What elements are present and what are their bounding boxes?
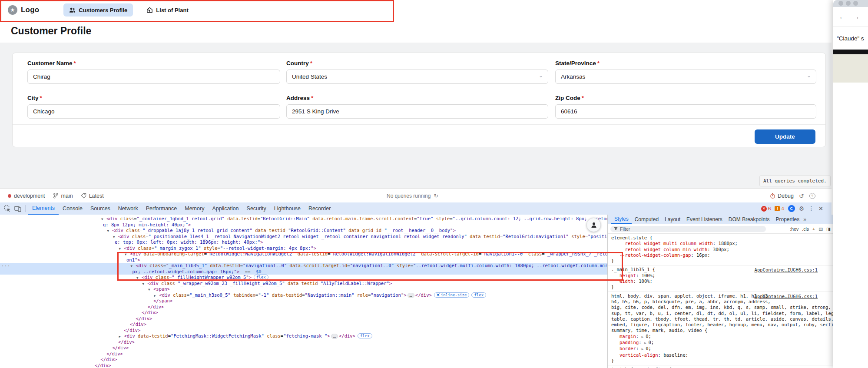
forward-icon[interactable]: → [853,13,860,21]
dom-tree-row[interactable]: ▼<div data-onboarding-target="RetoolWidg… [0,251,607,257]
dom-tree-row[interactable]: </div> [0,304,607,310]
branch-selector[interactable]: main [53,193,73,199]
filter-toggle-cls[interactable]: .cls [802,226,809,232]
devtools-elements-tree[interactable]: ▼<div class="_container_1qbnd_1 retool-g… [0,215,607,368]
more-options-icon[interactable]: ⋮ [808,205,814,212]
dom-tree-row-selected[interactable]: px; --retool-widget-column-gap: 16px;"> … [0,269,607,275]
expand-arrow-icon[interactable]: ▼ [107,229,113,233]
devtools-tab-network[interactable]: Network [114,202,142,215]
filter-toggle-[interactable]: + [812,226,815,232]
dom-tree-row[interactable]: </div> [0,363,607,368]
dom-tree-row[interactable]: e; top: 0px; left: 0px; width: 1896px; h… [0,239,607,245]
dom-tree-row[interactable]: ▼<div class="_positionable_1les4_1 _reto… [0,234,607,240]
nav-tab-list-of-plant[interactable]: List of Plant [141,3,194,17]
release-selector[interactable]: Latest [81,193,104,199]
filter-toggle-hov[interactable]: :hov [790,226,798,232]
inline-size-badge[interactable]: inline-size [434,292,470,298]
collapsed-content-ellipsis[interactable]: … [331,334,338,339]
styles-tab-computed[interactable]: Computed [632,215,662,224]
expand-arrow-icon[interactable]: ▼ [131,264,136,268]
stylesheet-link[interactable]: AppContaine…IUGH6.css:1 [755,294,818,299]
dom-tree-row[interactable]: </div> [0,345,607,351]
console-warnings-indicator[interactable]: ! 4 [775,206,784,211]
dom-tree-row[interactable]: g: 8px 12px; min-height: 40px;"> [0,222,607,228]
environment-selector[interactable]: development [8,193,45,199]
flex-badge[interactable]: flex [471,292,486,298]
update-button[interactable]: Update [755,129,815,144]
dom-tree-row[interactable]: </div> [0,339,607,345]
expand-arrow-icon[interactable]: ▼ [136,276,142,280]
styles-filter-input[interactable]: Filter [610,226,766,232]
refresh-icon[interactable]: ↻ [434,193,438,199]
dom-tree-row[interactable]: ▼<div class="_margin_zygox_1" style="--r… [0,245,607,252]
styles-tab-event-listeners[interactable]: Event Listeners [683,215,726,224]
dom-tree-row[interactable]: on1"> [0,257,607,263]
dom-tree-row[interactable]: </div> [0,357,607,363]
dom-tree-row[interactable]: </div> [0,351,607,357]
close-devtools-icon[interactable]: ✕ [818,205,823,212]
dom-tree-row[interactable]: ▼<div class="_droppable_1aj8y_1 retool-g… [0,228,607,234]
expand-arrow-icon[interactable]: ▼ [142,282,148,286]
devtools-tab-security[interactable]: Security [243,202,270,215]
expand-arrow-icon[interactable]: ▼ [148,288,153,292]
expand-value-icon[interactable]: ▶ [644,341,649,345]
debug-button[interactable]: Debug [770,193,794,199]
back-icon[interactable]: ← [839,13,846,21]
dom-tree-row[interactable]: </div> [0,328,607,334]
inspect-element-icon[interactable] [4,205,11,212]
styles-tab-dom-breakpoints[interactable]: DOM Breakpoints [726,215,773,224]
select-state-province[interactable]: Arkansas⌄ [555,70,816,84]
expand-arrow-icon[interactable]: ▶ [154,294,159,298]
dom-tree-row-selected[interactable]: ▼<div class="_main_1ib35_1" data-testid=… [0,263,607,269]
filter-toggle-[interactable]: ▤ [818,226,823,232]
devtools-tab-recorder[interactable]: Recorder [305,202,335,215]
dom-tree-row[interactable]: ▼<div class="_fillHeightWrapper_w92om_5"… [0,275,607,281]
devtools-tab-memory[interactable]: Memory [181,202,208,215]
input-address[interactable]: 2951 S King Drive [286,104,548,119]
devtools-tab-console[interactable]: Console [59,202,86,215]
dom-tree-row[interactable]: </div> [0,310,607,316]
expand-arrow-icon[interactable]: ▶ [119,335,124,338]
dom-tree-row[interactable]: </div> [0,322,607,328]
styles-tab-styles[interactable]: Styles [611,215,632,224]
app-logo[interactable]: ★ Logo [8,5,39,15]
expand-arrow-icon[interactable]: ▼ [119,247,124,251]
settings-gear-icon[interactable]: ⚙ [799,205,805,212]
more-tabs-icon[interactable]: » [803,216,806,222]
filter-toggle-[interactable]: ◨ [826,226,831,232]
traffic-light-close-icon[interactable] [838,1,843,6]
nav-tab-customers-profile[interactable]: Customers Profile [63,3,133,17]
devtools-tab-elements[interactable]: Elements [28,202,59,215]
dom-tree-row[interactable]: ▶<div class="_main_h3so0_5" tabindex="-1… [0,292,607,298]
collapsed-content-ellipsis[interactable]: … [407,293,414,298]
device-toolbar-icon[interactable] [14,206,21,212]
flex-badge[interactable]: flex [358,333,372,338]
expand-arrow-icon[interactable]: ▼ [113,235,118,239]
dom-tree-row[interactable]: ▼<div class="_wrapper_w92om_23 _fillHeig… [0,281,607,287]
history-icon[interactable]: ↺ [799,192,804,199]
dom-tree-row[interactable]: ▼<span> [0,286,607,292]
dom-tree-row[interactable]: </div> [0,316,607,322]
select-country[interactable]: United States⌄ [286,70,548,84]
expand-arrow-icon[interactable]: ▼ [125,252,130,256]
styles-tab-layout[interactable]: Layout [662,215,683,224]
dom-tree-row[interactable]: ▼<div class="_container_1qbnd_1 retool-g… [0,216,607,222]
devtools-tab-sources[interactable]: Sources [86,202,114,215]
dom-tree-row[interactable]: ▶<div data-testid="FetchingMask::WidgetF… [0,333,607,339]
expand-arrow-icon[interactable]: ▼ [101,217,106,221]
stylesheet-link[interactable]: AppContaine…IUGH6.css:1 [755,267,818,273]
input-zip-code[interactable]: 60616 [555,104,816,119]
floating-user-button[interactable] [586,218,601,232]
input-customer-name[interactable]: Chirag [27,70,280,84]
traffic-light-zoom-icon[interactable] [853,1,858,6]
expand-value-icon[interactable]: ▶ [642,335,646,339]
dom-tree-row[interactable]: </span> [0,298,607,304]
devtools-tab-performance[interactable]: Performance [142,202,181,215]
flex-badge[interactable]: flex [254,275,268,280]
console-errors-indicator[interactable]: ✕ 6 [761,206,771,212]
devtools-tab-lighthouse[interactable]: Lighthouse [270,202,305,215]
extension-icon[interactable]: C [788,205,795,212]
styles-tab-properties[interactable]: Properties [773,215,803,224]
input-city[interactable]: Chicago [27,104,280,119]
expand-value-icon[interactable]: ▶ [642,347,646,351]
